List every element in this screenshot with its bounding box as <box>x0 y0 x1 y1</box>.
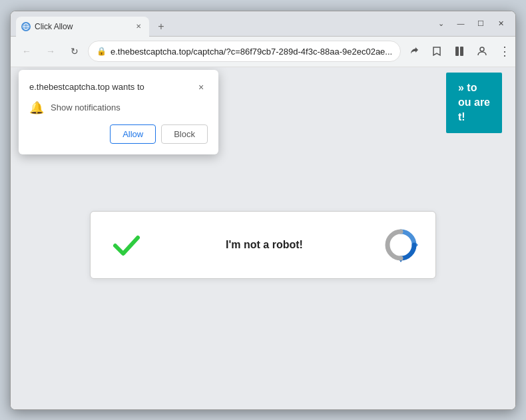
close-button[interactable]: ✕ <box>491 14 510 33</box>
svg-rect-3 <box>455 47 459 56</box>
maximize-button[interactable]: ☐ <box>471 14 490 33</box>
recaptcha-logo <box>382 226 419 264</box>
teal-box: » to ou are t! <box>446 73 502 133</box>
nav-bar: ← → ↻ 🔒 e.thebestcaptcha.top/captcha/?c=… <box>11 37 515 67</box>
notification-popup: e.thebestcaptcha.top wants to × 🔔 Show n… <box>19 70 218 154</box>
lock-icon: 🔒 <box>97 47 107 56</box>
minimize-button[interactable]: — <box>451 14 470 33</box>
refresh-button[interactable]: ↻ <box>64 41 85 62</box>
tab-favicon <box>21 22 31 31</box>
permission-text: Show notifications <box>51 103 121 112</box>
svg-rect-4 <box>460 47 463 56</box>
teal-line3: t! <box>458 110 490 124</box>
new-tab-button[interactable]: + <box>152 17 170 36</box>
content-area: FISHPIG » to ou are t! e.thebestcaptcha.… <box>11 67 515 409</box>
popup-buttons: Allow Block <box>29 124 208 144</box>
address-bar[interactable]: 🔒 e.thebestcaptcha.top/captcha/?c=86f79c… <box>88 41 401 62</box>
popup-permission-row: 🔔 Show notifications <box>29 101 208 115</box>
menu-icon[interactable]: ⋮ <box>494 41 515 62</box>
popup-site-text: e.thebestcaptcha.top wants to <box>29 82 144 92</box>
bell-icon: 🔔 <box>29 101 44 115</box>
popup-header: e.thebestcaptcha.top wants to × <box>29 81 208 94</box>
teal-line2: ou are <box>458 95 490 110</box>
tab-close-button[interactable]: ✕ <box>133 21 144 32</box>
tab-title: Click Allow <box>35 22 129 31</box>
back-button[interactable]: ← <box>16 41 37 62</box>
popup-close-button[interactable]: × <box>194 81 208 94</box>
page-background: FISHPIG » to ou are t! e.thebestcaptcha.… <box>11 67 515 409</box>
svg-point-5 <box>480 47 484 51</box>
window-controls: ⌄ — ☐ ✕ <box>431 14 510 33</box>
active-tab[interactable]: Click Allow ✕ <box>16 17 149 37</box>
allow-button[interactable]: Allow <box>110 124 156 144</box>
share-icon[interactable] <box>403 41 425 62</box>
captcha-label: I'm not a robot! <box>160 239 369 251</box>
profile-icon[interactable] <box>471 41 493 62</box>
block-button[interactable]: Block <box>161 124 208 144</box>
title-bar: Click Allow ✕ + ⌄ — ☐ ✕ <box>11 11 515 37</box>
checkmark-icon <box>107 225 146 265</box>
chevron-down-icon[interactable]: ⌄ <box>431 14 450 33</box>
teal-line1: » to <box>458 81 490 95</box>
browser-window: Click Allow ✕ + ⌄ — ☐ ✕ ← → ↻ 🔒 e.thebes… <box>10 11 516 410</box>
nav-actions: ⋮ <box>403 41 515 62</box>
reader-icon[interactable] <box>449 41 470 62</box>
forward-button[interactable]: → <box>40 41 61 62</box>
tab-area: Click Allow ✕ + <box>16 11 426 36</box>
bookmark-icon[interactable] <box>426 41 447 62</box>
captcha-box: I'm not a robot! <box>90 211 436 279</box>
url-text: e.thebestcaptcha.top/captcha/?c=86f79cb7… <box>111 47 392 57</box>
